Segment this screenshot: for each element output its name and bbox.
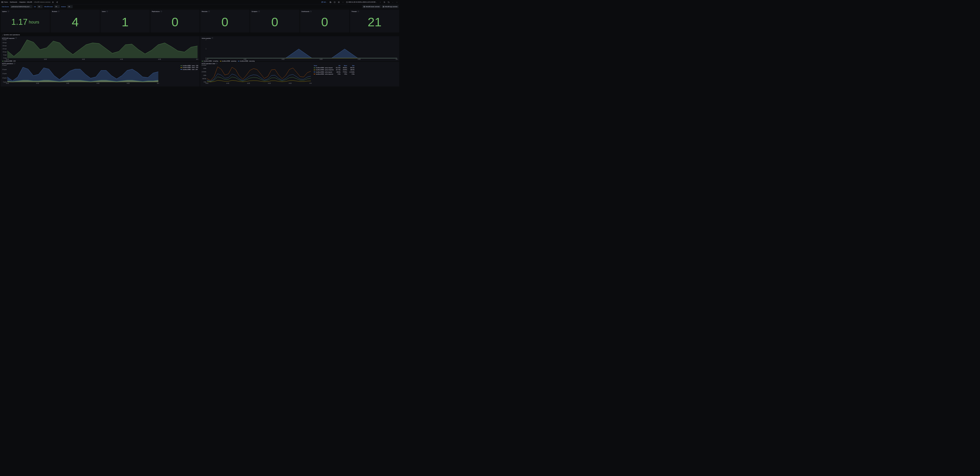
table-row[interactable]: localhost:8086 - query response25.7 B/s1… bbox=[313, 69, 355, 71]
stat-panel[interactable]: Bucketsⓘ 4 bbox=[51, 10, 100, 33]
chart-active-queries[interactable]: 01214:1514:2014:2514:3014:3514:40 bbox=[202, 39, 398, 60]
add-label: Add bbox=[323, 1, 326, 3]
info-icon[interactable]: ⓘ bbox=[310, 11, 312, 13]
svg-text:14:40: 14:40 bbox=[157, 83, 159, 84]
stats-row: Uptimeⓘ 1.17hoursBucketsⓘ 4Usersⓘ 1Repli… bbox=[0, 10, 399, 33]
svg-text:14:20: 14:20 bbox=[36, 83, 39, 84]
save-icon[interactable] bbox=[329, 0, 332, 4]
dashboard-icon bbox=[363, 6, 365, 7]
zoom-out-icon[interactable] bbox=[383, 0, 386, 4]
svg-rect-7 bbox=[322, 2, 323, 2]
collapse-icon[interactable] bbox=[395, 0, 399, 4]
svg-rect-6 bbox=[321, 2, 322, 2]
panel-title: HTTP operations bbox=[2, 63, 13, 65]
stat-value: 1 bbox=[121, 16, 128, 28]
svg-text:20 req/s: 20 req/s bbox=[3, 45, 7, 46]
chart-http-op-data[interactable]: 0 B/s500 B/s1 kB/s1.50 kB/s2 kB/s2.50 kB… bbox=[202, 65, 311, 84]
svg-text:15 ops/s: 15 ops/s bbox=[2, 73, 7, 74]
panel-http-api[interactable]: HTTP API requests ⓘ 0 req/s5 req/s10 req… bbox=[0, 36, 200, 61]
stat-panel[interactable]: Scrapersⓘ 0 bbox=[250, 10, 299, 33]
stat-panel[interactable]: Threadsⓘ 21 bbox=[350, 10, 399, 33]
stat-panel[interactable]: Dashboardsⓘ 0 bbox=[300, 10, 349, 33]
svg-rect-19 bbox=[364, 6, 364, 6]
menu-icon[interactable] bbox=[1, 1, 3, 3]
next-icon[interactable] bbox=[379, 0, 382, 4]
svg-text:14:35: 14:35 bbox=[127, 83, 130, 84]
panel-title: HTTP operation data bbox=[202, 63, 215, 65]
breadcrumb-folder[interactable]: Integration - InfluxDB bbox=[19, 1, 32, 3]
var-data-source-select[interactable]: grafanacloud-keithschmitty-prom⌄ bbox=[10, 5, 32, 8]
time-range-picker[interactable]: 2023-11-20 14:15:00 to 2023-11-20 14:44:… bbox=[345, 1, 378, 3]
table-row[interactable]: localhost:8086 - write request129 B/s779… bbox=[313, 71, 355, 73]
svg-rect-21 bbox=[364, 6, 365, 7]
info-icon[interactable]: ⓘ bbox=[358, 11, 359, 13]
svg-text:25 req/s: 25 req/s bbox=[3, 42, 7, 43]
panel-active-queries[interactable]: Active queries ⓘ 01214:1514:2014:2514:30… bbox=[200, 36, 399, 61]
svg-point-2 bbox=[56, 2, 57, 3]
svg-point-1 bbox=[57, 2, 58, 2]
chevron-right-icon: › bbox=[33, 1, 33, 3]
panel-http-ops[interactable]: HTTP operations ⓘ 5 ops/s10 ops/s15 ops/… bbox=[0, 62, 200, 86]
info-icon[interactable] bbox=[333, 0, 336, 4]
svg-rect-23 bbox=[383, 6, 383, 6]
svg-line-4 bbox=[57, 2, 57, 3]
chart-http-api[interactable]: 0 req/s5 req/s10 req/s15 req/s20 req/s25… bbox=[2, 39, 198, 60]
stat-panel[interactable]: Replicationsⓘ 0 bbox=[150, 10, 200, 33]
dashboard-icon bbox=[383, 6, 384, 7]
var-cluster-select[interactable]: All⌄ bbox=[54, 5, 60, 8]
add-button[interactable]: Add ⌄ bbox=[321, 1, 328, 3]
table-row[interactable]: localhost:8086 - write response0 B/s0 B/… bbox=[313, 73, 355, 75]
panel-title: Users bbox=[102, 11, 106, 13]
panel-title: Remotes bbox=[202, 11, 207, 13]
breadcrumb-current: InfluxDB instance overview bbox=[34, 1, 51, 3]
star-icon[interactable] bbox=[51, 0, 55, 4]
info-icon[interactable]: ⓘ bbox=[15, 37, 17, 39]
info-icon[interactable]: ⓘ bbox=[216, 63, 218, 65]
prev-icon[interactable] bbox=[341, 0, 345, 4]
legend-item[interactable]: localhost:8086 - query - 404 bbox=[181, 67, 198, 69]
svg-text:10 req/s: 10 req/s bbox=[3, 51, 7, 53]
legend-item[interactable]: localhost:8086 - query - 200 bbox=[181, 65, 198, 67]
table-row[interactable]: localhost:8086 - query request81.0 B/s49… bbox=[313, 67, 355, 69]
dashboard-body: Uptimeⓘ 1.17hoursBucketsⓘ 4Usersⓘ 1Repli… bbox=[0, 9, 400, 87]
var-instance-label: Instance bbox=[60, 6, 66, 7]
info-icon[interactable]: ⓘ bbox=[161, 11, 162, 13]
svg-text:1: 1 bbox=[206, 48, 207, 50]
info-icon[interactable]: ⓘ bbox=[58, 11, 59, 13]
refresh-icon[interactable] bbox=[387, 0, 390, 4]
info-icon[interactable]: ⓘ bbox=[208, 11, 210, 13]
var-job-select[interactable]: All⌄ bbox=[37, 5, 43, 8]
panel-title: Dashboards bbox=[301, 11, 309, 13]
svg-text:14:40: 14:40 bbox=[309, 83, 311, 84]
legend-item[interactable]: localhost:8086 - write - 204 bbox=[181, 69, 198, 70]
gear-icon[interactable] bbox=[337, 0, 340, 4]
chevron-down-icon: ⌄ bbox=[2, 34, 3, 35]
chevron-right-icon: › bbox=[9, 1, 9, 3]
svg-rect-20 bbox=[364, 6, 365, 6]
info-icon[interactable]: ⓘ bbox=[107, 11, 108, 13]
row-header[interactable]: ⌄ Queries and operations bbox=[0, 32, 399, 36]
info-icon[interactable]: ⓘ bbox=[258, 11, 260, 13]
var-cluster-label: InfluxDB cluster bbox=[43, 6, 53, 7]
breadcrumb-home[interactable]: Home bbox=[4, 1, 8, 3]
link-cluster-overview[interactable]: InfluxDB cluster overview bbox=[363, 5, 381, 8]
refresh-interval-icon[interactable]: ⌄ bbox=[391, 0, 394, 4]
stat-panel[interactable]: Remotesⓘ 0 bbox=[200, 10, 250, 33]
breadcrumb-dashboards[interactable]: Dashboards bbox=[10, 1, 18, 3]
svg-text:25 ops/s: 25 ops/s bbox=[2, 65, 7, 66]
panel-title: Active queries bbox=[202, 37, 211, 39]
stat-panel[interactable]: Uptimeⓘ 1.17hours bbox=[0, 10, 50, 33]
info-icon[interactable]: ⓘ bbox=[212, 37, 213, 39]
panel-title: Scrapers bbox=[251, 11, 258, 13]
link-logs-overview[interactable]: InfluxDB logs overview bbox=[382, 5, 399, 8]
chart-http-ops[interactable]: 5 ops/s10 ops/s15 ops/s20 ops/s25 ops/s1… bbox=[2, 65, 159, 84]
var-instance-select[interactable]: All⌄ bbox=[67, 5, 73, 8]
share-icon[interactable] bbox=[56, 0, 59, 4]
svg-text:14:25: 14:25 bbox=[247, 83, 250, 84]
info-icon[interactable]: ⓘ bbox=[8, 11, 9, 13]
info-icon[interactable]: ⓘ bbox=[14, 63, 15, 65]
svg-text:14:15: 14:15 bbox=[205, 83, 208, 84]
stat-panel[interactable]: Usersⓘ 1 bbox=[100, 10, 150, 33]
stat-value: 0 bbox=[221, 16, 228, 28]
panel-http-op-data[interactable]: HTTP operation data ⓘ 0 B/s500 B/s1 kB/s… bbox=[200, 62, 399, 86]
